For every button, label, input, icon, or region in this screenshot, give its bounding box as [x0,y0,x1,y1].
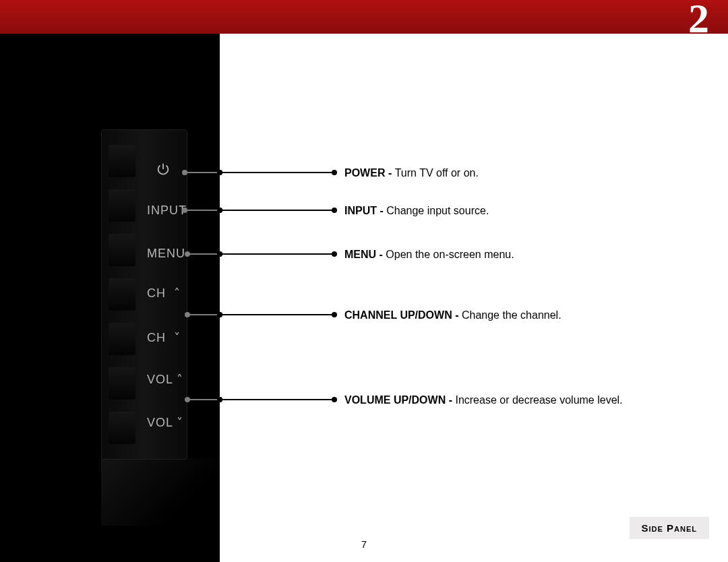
footer-tag: Side Panel [630,517,709,539]
volume-up-button[interactable] [109,367,135,400]
chapter-number: 2 [688,0,709,42]
menu-button[interactable] [109,234,135,266]
vol-up-label: VOL ˄ [147,372,183,387]
callout-line [220,253,334,255]
menu-desc: MENU - Open the on-screen menu. [344,249,514,261]
callout-line [220,314,334,315]
caret-down-icon: ˅ [174,330,180,344]
desc-text: Increase or decrease volume level. [455,394,622,406]
channel-down-button[interactable] [109,323,135,355]
channel-desc: CHANNEL UP/DOWN - Change the channel. [344,309,562,321]
power-icon [156,162,171,177]
caret-down-icon: ˅ [177,415,183,429]
input-label: INPUT [147,204,187,218]
desc-bold: MENU - [344,249,386,260]
caret-up-icon: ˄ [177,372,183,386]
channel-up-button[interactable] [109,278,135,311]
ch-text: CH [147,286,166,300]
volume-down-button[interactable] [109,412,135,444]
ch-text: CH [147,331,166,344]
volume-desc: VOLUME UP/DOWN - Increase or decrease vo… [344,394,623,406]
input-desc: INPUT - Change input source. [344,205,489,217]
header-band [0,0,728,34]
vol-down-label: VOL ˅ [147,415,183,430]
page-number: 7 [0,538,728,550]
callout-line [220,172,334,173]
desc-text: Change input source. [386,205,489,216]
desc-text: Turn TV off or on. [395,167,479,179]
ch-up-label: CH ˄ [147,286,180,301]
input-button[interactable] [109,189,135,222]
caret-up-icon: ˄ [174,286,180,300]
desc-bold: INPUT - [344,205,386,216]
desc-bold: VOLUME UP/DOWN - [344,394,455,406]
desc-bold: CHANNEL UP/DOWN - [344,309,462,321]
power-button[interactable] [109,145,135,177]
desc-bold: POWER - [344,167,395,179]
menu-label: MENU [147,247,185,261]
callout-line [185,172,220,173]
callout-line [187,253,220,255]
power-desc: POWER - Turn TV off or on. [344,167,479,179]
vol-text: VOL [147,373,173,386]
desc-text: Change the channel. [462,309,562,321]
callout-line [187,399,220,400]
ch-down-label: CH ˅ [147,330,180,345]
desc-text: Open the on-screen menu. [386,249,514,260]
callout-line [220,399,334,400]
callout-line [185,210,220,211]
callout-line [187,314,220,315]
panel-shadow [101,458,220,526]
vol-text: VOL [147,416,173,429]
callout-line [220,210,334,211]
